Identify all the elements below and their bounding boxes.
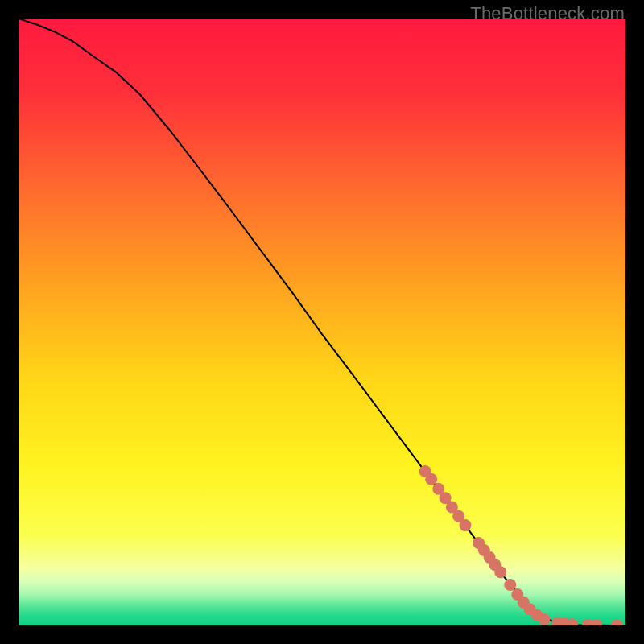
data-marker — [425, 473, 437, 485]
data-marker — [538, 613, 550, 625]
data-marker — [459, 519, 471, 531]
data-marker — [504, 579, 516, 591]
chart-svg — [19, 19, 625, 625]
plot-area — [19, 19, 625, 625]
chart-frame: TheBottleneck.com — [0, 0, 644, 644]
gradient-background — [19, 19, 625, 625]
data-marker — [494, 566, 506, 578]
